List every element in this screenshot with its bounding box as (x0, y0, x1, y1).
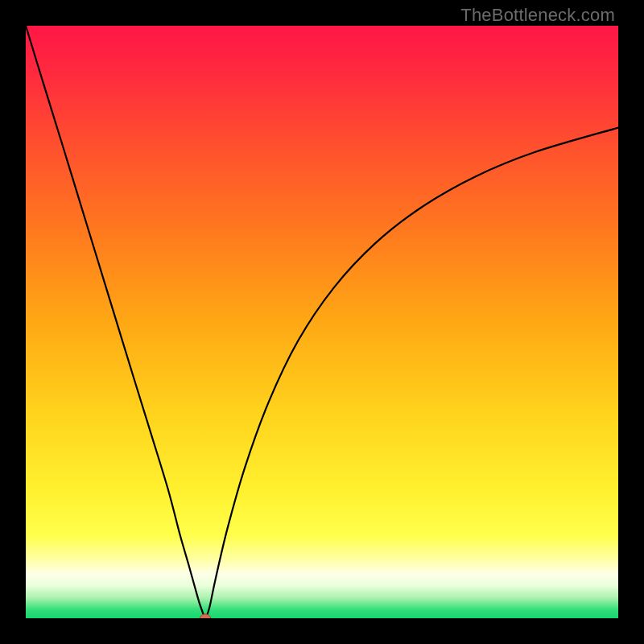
plot-area (26, 26, 618, 618)
bottleneck-curve (26, 26, 618, 618)
watermark-text: TheBottleneck.com (460, 5, 615, 26)
minimum-marker (200, 614, 210, 618)
chart-frame: TheBottleneck.com (0, 0, 644, 644)
curve-layer (26, 26, 618, 618)
